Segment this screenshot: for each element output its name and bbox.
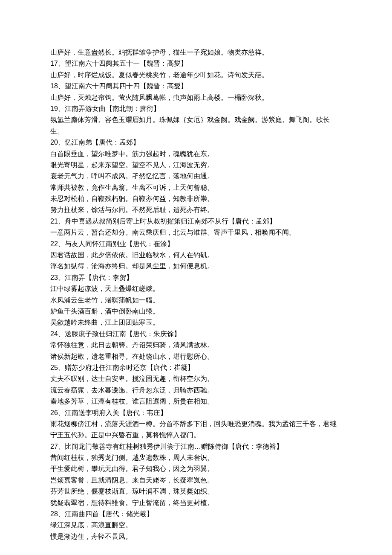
entry-title-text: 、江南弄【唐代：李贺】 xyxy=(58,274,133,281)
text-line: 26、江南送李明府入关【唐代：韦庄】 xyxy=(50,407,341,418)
entry-title-text: 、望江南六十四阕其五十一【魏晋：高燮】 xyxy=(58,60,187,67)
text-line: 18、望江南六十四阕其四十四【魏晋：高燮】 xyxy=(50,81,341,92)
text-line: 常怀独往意，此日去朝簪。丹诏荣归骑，清风满故林。 xyxy=(50,340,341,351)
text-line: 水风浦云生老竹，渚暝蒲帆如一幅。 xyxy=(50,295,341,306)
text-line: 吴歈越吟未终曲，江上团团贴寒玉。 xyxy=(50,317,341,328)
text-line: 山庐好，时序烂成饭。夏似春光桃夹竹，老逾年少叶如花。诗句发天葩。 xyxy=(50,70,341,81)
text-line: 24、送滕庶子致仕归江南【唐代：朱庆馀】 xyxy=(50,328,341,340)
entry-title-text: 、舟中喜遇从叔简别后寄上时从叔初擢第归江南郊不从行【唐代：孟郊】 xyxy=(58,218,276,225)
entry-title-text: 、江南送李明府入关【唐代：韦庄】 xyxy=(58,409,167,416)
entry-title-text: 、与友人同怀江南别业【唐代：崔涂】 xyxy=(58,240,174,247)
text-line: 19、江南弄游女曲【南北朝：萧衍】 xyxy=(50,103,341,114)
entry-title-text: 、送滕庶子致仕归江南【唐代：朱庆馀】 xyxy=(58,330,181,337)
entry-number: 25 xyxy=(50,364,58,371)
entry-number: 26 xyxy=(50,409,58,416)
entry-number: 22 xyxy=(50,240,58,247)
text-line: 丈夫不叹别，达士自安卑。揽泣固无趣，衔杯空尔为。 xyxy=(50,373,341,384)
text-line: 努力拄杖来，馀活与尔同。不然死后耻，遗死亦有终。 xyxy=(50,204,341,215)
entry-number: 27 xyxy=(50,443,58,450)
text-line: 秦地多芳草，江潭有桂枝。谁言阻遐阔，所贵在相知。 xyxy=(50,396,341,407)
text-line: 28、江南曲四首【唐代：储光羲】 xyxy=(50,509,341,520)
text-line: 昔闻红桂枝，独秀龙门侧。越叟遗数株，周人未尝识。 xyxy=(50,452,341,463)
text-line: 23、江南弄【唐代：李贺】 xyxy=(50,272,341,283)
text-line: 衰老无气力，呼叫不成风。孑然忆忆言，落地何由通。 xyxy=(50,171,341,182)
text-line: 因君话故国，此夕倍依依。旧业临秋水，何人在钓矶。 xyxy=(50,250,341,261)
text-line: 眼光寄明星，起来东望空。望空不见人，江海波无穷。 xyxy=(50,160,341,171)
entry-title-text: 、忆江南弟【唐代：孟郊】 xyxy=(58,139,140,146)
text-line: 山庐好，生意盎然长。鸡抚群雏争护母，猫生一子宛如娘。物类亦慈祥。 xyxy=(50,47,341,58)
entry-number: 20 xyxy=(50,139,58,146)
text-line: 惯是湖边住，舟轻不畏风。 xyxy=(50,531,341,542)
text-line: 21、舟中喜遇从叔简别后寄上时从叔初擢第归江南郊不从行【唐代：孟郊】 xyxy=(50,216,341,227)
entry-number: 19 xyxy=(50,105,58,112)
text-line: 妒鱼千头酒百斛，酒中倒卧南山绿。 xyxy=(50,306,341,317)
entry-number: 18 xyxy=(50,82,58,90)
entry-number: 17 xyxy=(50,60,58,67)
text-line: 诸侯新起敬，遗老重相寻。在处饶山水，堪行慰所心。 xyxy=(50,351,341,362)
text-line: 平生爱此树，攀玩无由得。君子知我心，因之为羽翼。 xyxy=(50,463,341,474)
text-line: 浮名如纵得，沧海亦终归。却是风尘里，如何便息机。 xyxy=(50,261,341,272)
text-line: 25、赠苏少府赴任江南余时还京【唐代：崔凝】 xyxy=(50,362,341,373)
text-line: 未忍对松柏，自鞭残朽躬。自鞭亦何益，知教非所崇。 xyxy=(50,193,341,204)
text-line: 17、望江南六十四阕其五十一【魏晋：高燮】 xyxy=(50,58,341,69)
text-line: 江中绿雾起凉波，天上叠爆红嵯峨。 xyxy=(50,283,341,294)
entry-number: 23 xyxy=(50,274,58,281)
text-line: 芬芳世所绝，偃蹇枝渐直。琼叶润不凋，珠英粲如织。 xyxy=(50,486,341,497)
text-line: 一意两片云，暂合还却分。南云乘庆归，北云与谁群。寄声千里风，相唤闻不闻。 xyxy=(50,227,341,238)
entry-title-text: 、赠苏少府赴任江南余时还京【唐代：崔凝】 xyxy=(58,364,194,371)
text-line: 27、比闻龙门敬善寺有红桂树独秀伊川尝于江南…赠陈侍御【唐代：李德裕】 xyxy=(50,441,341,452)
entry-title-text: 、江南弄游女曲【南北朝：萧衍】 xyxy=(58,105,160,112)
entry-number: 24 xyxy=(50,330,58,337)
text-line: 20、忆江南弟【唐代：孟郊】 xyxy=(50,137,341,148)
text-line: 常师共被教，竟作生离翁。生离不可诉，上天何曾聪。 xyxy=(50,182,341,193)
entry-number: 28 xyxy=(50,510,58,517)
text-line: 白首眼垂血，望尔唯梦中。筋力强起时，魂魄犹在东。 xyxy=(50,148,341,160)
text-line: 犹疑翡翠宿，想待料雏食。宁止暂淹留，终当更封植。 xyxy=(50,497,341,509)
entry-title-text: 、望江南六十四阕其四十四【魏晋：高燮】 xyxy=(58,82,187,90)
text-line: 雨花烟柳傍江村，流落天涯酒一樽。分首不辞多下泪，回头唯恐更消魂。我为孟馆三千客，… xyxy=(50,418,341,441)
text-line: 山庐好，灭烛起帘钩。萤火随风飘葛帐，虫声如雨上高楼。一榻卧深秋。 xyxy=(50,92,341,103)
text-line: 22、与友人同怀江南别业【唐代：崔涂】 xyxy=(50,238,341,250)
text-line: 流云春窈窕，去水暮逶迤。行舟忽东泛，归骑亦西驰。 xyxy=(50,385,341,396)
text-line: 绿江深见底，高浪直翻空。 xyxy=(50,520,341,531)
text-line: 氛氲兰麝体芳滑。容色玉耀眉如月。珠佩婐｛女厄｝戏金阙。戏金阙。游紫庭。舞飞阁。歌… xyxy=(50,114,341,137)
entry-title-text: 、江南曲四首【唐代：储光羲】 xyxy=(58,510,153,517)
entry-title-text: 、比闻龙门敬善寺有红桂树独秀伊川尝于江南…赠陈侍御【唐代：李德裕】 xyxy=(58,443,283,450)
text-line: 岂烦嘉客誉，且就清阴息。来自天姥岑，长疑翠岚色。 xyxy=(50,475,341,486)
entry-number: 21 xyxy=(50,218,58,225)
